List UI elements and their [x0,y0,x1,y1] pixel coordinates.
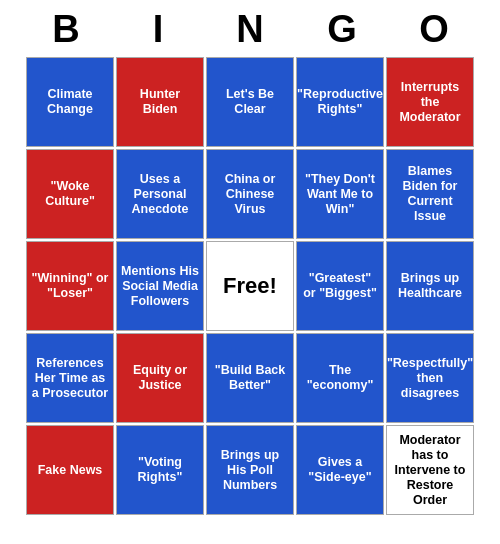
bingo-cell-18[interactable]: The "economy" [296,333,384,423]
bingo-cell-8[interactable]: "They Don't Want Me to Win" [296,149,384,239]
bingo-cell-22[interactable]: Brings up His Poll Numbers [206,425,294,515]
bingo-cell-14[interactable]: Brings up Healthcare [386,241,474,331]
bingo-cell-16[interactable]: Equity or Justice [116,333,204,423]
bingo-cell-13[interactable]: "Greatest" or "Biggest" [296,241,384,331]
bingo-cell-11[interactable]: Mentions His Social Media Followers [116,241,204,331]
bingo-cell-21[interactable]: "Voting Rights" [116,425,204,515]
bingo-cell-4[interactable]: Interrupts the Moderator [386,57,474,147]
letter-n: N [210,8,290,51]
bingo-cell-1[interactable]: Hunter Biden [116,57,204,147]
bingo-cell-10[interactable]: "Winning" or "Loser" [26,241,114,331]
letter-g: G [302,8,382,51]
bingo-grid: Climate ChangeHunter BidenLet's Be Clear… [26,57,474,515]
bingo-cell-7[interactable]: China or Chinese Virus [206,149,294,239]
bingo-cell-15[interactable]: References Her Time as a Prosecutor [26,333,114,423]
bingo-cell-0[interactable]: Climate Change [26,57,114,147]
bingo-cell-3[interactable]: "Reproductive Rights" [296,57,384,147]
letter-o: O [394,8,474,51]
bingo-cell-9[interactable]: Blames Biden for Current Issue [386,149,474,239]
bingo-cell-17[interactable]: "Build Back Better" [206,333,294,423]
bingo-cell-6[interactable]: Uses a Personal Anecdote [116,149,204,239]
letter-i: I [118,8,198,51]
bingo-cell-23[interactable]: Gives a "Side-eye" [296,425,384,515]
bingo-cell-12[interactable]: Free! [206,241,294,331]
bingo-cell-2[interactable]: Let's Be Clear [206,57,294,147]
bingo-header: B I N G O [20,0,480,55]
bingo-cell-24[interactable]: Moderator has to Intervene to Restore Or… [386,425,474,515]
bingo-cell-5[interactable]: "Woke Culture" [26,149,114,239]
bingo-cell-20[interactable]: Fake News [26,425,114,515]
letter-b: B [26,8,106,51]
bingo-cell-19[interactable]: "Respectfully" then disagrees [386,333,474,423]
